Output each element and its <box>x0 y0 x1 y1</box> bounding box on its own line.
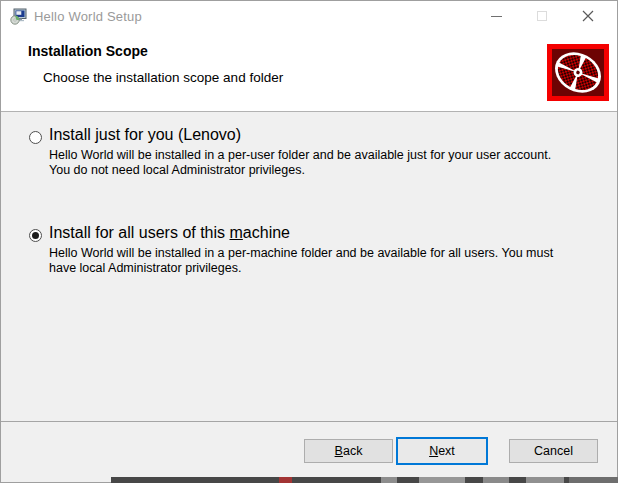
dialog-header: Installation Scope Choose the installati… <box>1 31 617 112</box>
title-bar: Hello World Setup <box>1 1 617 31</box>
close-button[interactable] <box>565 1 611 31</box>
radio-per-user-description: Hello World will be installed in a per-u… <box>49 148 571 178</box>
radio-all-users-description: Hello World will be installed in a per-m… <box>49 246 571 276</box>
next-button[interactable]: Next <box>396 437 488 465</box>
setup-window: Hello World Setup Installation Scope Cho… <box>0 0 618 483</box>
radio-per-user-label[interactable]: Install just for you (Lenovo) <box>49 126 241 144</box>
page-title: Installation Scope <box>28 43 148 59</box>
radio-per-user[interactable] <box>29 131 42 144</box>
radio-all-users[interactable] <box>29 229 42 242</box>
window-title: Hello World Setup <box>34 9 142 24</box>
radio-all-users-label[interactable]: Install for all users of this machine <box>49 224 290 242</box>
red-cd-disc-icon <box>547 44 609 101</box>
minimize-button[interactable] <box>473 1 519 31</box>
cancel-button[interactable]: Cancel <box>509 439 598 463</box>
msi-installer-icon <box>10 8 27 25</box>
back-button[interactable]: Back <box>304 439 393 463</box>
background-window-strip <box>111 477 618 483</box>
maximize-button <box>519 1 565 31</box>
page-subtitle: Choose the installation scope and folder <box>43 70 283 85</box>
window-controls <box>473 1 611 31</box>
dialog-footer: Back Next Cancel <box>1 422 617 477</box>
